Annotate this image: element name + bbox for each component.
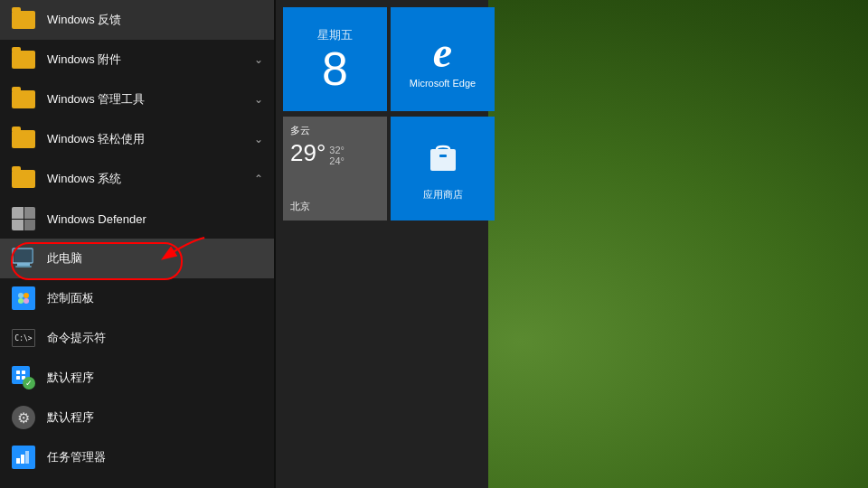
app-label: Windows 附件 [47,52,121,68]
svg-rect-15 [430,149,456,171]
app-item-windows-ease[interactable]: Windows 轻松使用 ⌄ [0,119,274,159]
app-label: Windows 轻松使用 [47,131,145,147]
weather-condition: 多云 [290,124,380,137]
store-icon [423,136,463,184]
svg-rect-8 [16,371,20,374]
folder-icon [11,87,36,112]
temp-high: 32° [329,145,344,155]
app-label: 此电脑 [47,250,82,267]
tile-row-gap [283,113,481,115]
calendar-day-num: 8 [322,45,348,92]
svg-point-7 [24,298,29,304]
app-label: 默认程序 [47,409,94,426]
svg-rect-9 [22,371,25,374]
app-label: 默认程序 [47,370,94,386]
app-item-cmd[interactable]: C:\> 命令提示符 [0,318,274,358]
app-item-default-apps-1[interactable]: ✓ 默认程序 [0,358,274,398]
svg-rect-14 [25,451,29,464]
svg-rect-13 [21,455,24,464]
app-item-control-panel[interactable]: 控制面板 [0,278,274,318]
svg-rect-10 [16,376,20,380]
folder-icon [11,127,36,152]
tiles-row-bottom: 多云 29° 32° 24° 北京 [283,117,481,221]
app-item-windows-feedback[interactable]: Windows 反馈 [0,0,274,40]
app-item-default-apps-2[interactable]: ⚙ 默认程序 [0,398,274,437]
weather-city: 北京 [290,200,380,213]
app-label: 命令提示符 [47,330,106,346]
svg-rect-16 [439,155,447,157]
start-menu: Windows 反馈 Windows 附件 ⌄ Windows 管理工具 ⌄ W… [0,0,488,488]
app-item-windows-defender[interactable]: Windows Defender [0,199,274,239]
store-label: 应用商店 [423,188,463,202]
svg-rect-2 [15,266,32,267]
folder-icon [11,7,36,33]
edge-icon: e [433,31,452,74]
tiles-row-top: 星期五 8 e Microsoft Edge [283,7,481,111]
app-item-windows-system[interactable]: Windows 系统 ⌃ [0,159,274,199]
expand-arrow-icon: ⌄ [254,53,263,66]
expand-arrow-icon: ⌄ [254,133,263,145]
app-item-task-manager[interactable]: 任务管理器 [0,437,274,477]
svg-rect-12 [16,458,20,464]
svg-point-6 [18,298,24,304]
app-label: Windows 管理工具 [47,91,145,108]
defender-icon [11,206,36,231]
weather-temp-main: 29° 32° 24° [290,139,380,167]
svg-point-4 [18,293,24,298]
app-item-this-pc[interactable]: 此电脑 [0,239,274,278]
app-label: Windows 反馈 [47,12,121,28]
app-label: 控制面板 [47,290,94,306]
app-label: Windows 系统 [47,171,121,187]
tiles-section: 星期五 8 e Microsoft Edge 多云 29° [276,0,488,228]
tile-store[interactable]: 应用商店 [391,117,495,221]
edge-label: Microsoft Edge [410,78,476,89]
tile-weather[interactable]: 多云 29° 32° 24° 北京 [283,117,387,221]
tile-calendar[interactable]: 星期五 8 [283,7,387,111]
folder-icon [11,47,36,72]
expand-arrow-icon: ⌄ [254,93,263,106]
gear-icon: ⚙ [11,405,36,430]
computer-icon [11,246,36,271]
default-apps-icon: ✓ [11,365,36,390]
folder-icon [11,166,36,192]
collapse-arrow-icon: ⌃ [254,173,263,185]
control-panel-icon [11,286,36,311]
svg-point-5 [24,293,29,298]
temp-low: 24° [329,155,344,166]
app-item-windows-admin[interactable]: Windows 管理工具 ⌄ [0,80,274,119]
tile-edge[interactable]: e Microsoft Edge [391,7,495,111]
app-label: Windows Defender [47,212,146,226]
weather-temp-range: 32° 24° [329,145,344,166]
weather-temp-value: 29° [290,139,326,167]
calendar-day-name: 星期五 [317,27,353,43]
svg-rect-1 [17,263,30,266]
svg-rect-3 [14,249,33,262]
apps-panel: Windows 反馈 Windows 附件 ⌄ Windows 管理工具 ⌄ W… [0,0,274,488]
task-manager-icon [11,445,36,470]
app-label: 任务管理器 [47,449,106,465]
tiles-panel: 星期五 8 e Microsoft Edge 多云 29° [276,0,488,488]
app-item-windows-accessories[interactable]: Windows 附件 ⌄ [0,40,274,80]
cmd-icon: C:\> [11,325,36,351]
